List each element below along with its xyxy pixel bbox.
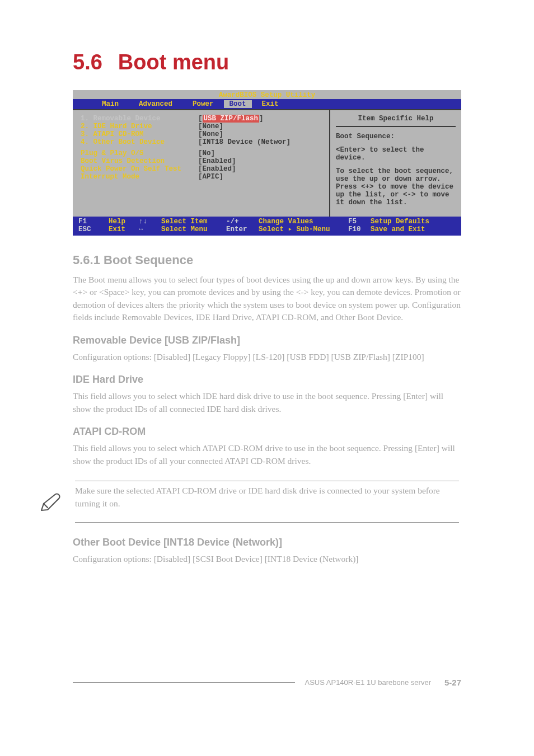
setting-value: [APIC] — [198, 173, 223, 181]
setting-value: [None] — [198, 130, 223, 138]
key-hint: F10 — [348, 226, 361, 233]
bios-footer: F1 Help ↑↓ Select Item -/+ Change Values… — [73, 217, 461, 236]
paragraph: Configuration options: [Disabled] [Legac… — [73, 351, 461, 363]
config-heading: ATAPI CD-ROM — [73, 424, 461, 439]
setting-value: [None] — [198, 123, 223, 130]
divider — [75, 522, 459, 523]
config-heading: IDE Hard Drive — [73, 372, 461, 387]
setting-key: 3. ATAPI CD-ROM — [81, 130, 198, 138]
help-title: Item Specific Help — [336, 115, 456, 127]
tab-exit[interactable]: Exit — [252, 100, 289, 108]
bios-setting-row[interactable]: 3. ATAPI CD-ROM[None] — [81, 130, 324, 138]
section-title: Boot menu — [118, 50, 229, 74]
key-hint: -/+ — [226, 218, 239, 226]
key-hint-label: Setup Defaults — [371, 218, 429, 226]
page-number: 5-27 — [444, 678, 461, 687]
setting-key: Interrupt Mode — [81, 173, 198, 181]
key-hint: F1 — [78, 218, 87, 226]
key-hint: Enter — [226, 226, 247, 233]
setting-value: [No] — [198, 149, 215, 157]
subsection-heading: 5.6.1 Boot Sequence — [73, 251, 461, 269]
bios-setting-row[interactable]: Plug & Play O/S[No] — [81, 149, 324, 157]
setting-key: Quick Power On Self Test — [81, 165, 198, 173]
key-hint-label: Select ▸ Sub-Menu — [259, 226, 330, 233]
bios-setting-row[interactable]: Quick Power On Self Test[Enabled] — [81, 165, 324, 173]
setting-value: [Enabled] — [198, 165, 236, 173]
tab-power[interactable]: Power — [182, 100, 224, 108]
setting-key: 1. Removable Device — [81, 115, 198, 123]
key-hint: ↔ — [139, 226, 143, 233]
setting-key: Boot Virus Detection — [81, 157, 198, 165]
setting-value: [USB ZIP/Flash] — [198, 115, 264, 123]
bios-setting-row[interactable]: 4. Other Boot Device[INT18 Device (Netwo… — [81, 138, 324, 146]
bios-setting-row[interactable]: 2. IDE Hard Drive[None] — [81, 123, 324, 130]
footer-label: ASUS AP140R-E1 1U barebone server — [305, 678, 431, 687]
key-hint-label: Select Menu — [161, 226, 208, 233]
key-hint-label: Save and Exit — [371, 226, 425, 233]
bios-setting-row[interactable]: Interrupt Mode[APIC] — [81, 173, 324, 181]
help-text: Boot Sequence: — [336, 133, 456, 140]
divider — [73, 682, 295, 683]
setting-value: [Enabled] — [198, 157, 236, 165]
key-hint-label: Change Values — [259, 218, 313, 226]
setting-key: 4. Other Boot Device — [81, 138, 198, 146]
key-hint: ESC — [78, 226, 91, 233]
document-body: 5.6.1 Boot Sequence The Boot menu allows… — [73, 236, 461, 566]
bios-settings-panel: 1. Removable Device[USB ZIP/Flash]2. IDE… — [73, 110, 330, 217]
bios-help-panel: Item Specific Help Boot Sequence: <Enter… — [330, 110, 461, 217]
key-hint: F5 — [348, 218, 357, 226]
paragraph: Configuration options: [Disabled] [SCSI … — [73, 553, 461, 565]
help-text: <Enter> to select the device. — [336, 146, 456, 162]
setting-key: Plug & Play O/S — [81, 149, 198, 157]
bios-setting-row[interactable]: Boot Virus Detection[Enabled] — [81, 157, 324, 165]
config-heading: Other Boot Device [INT18 Device (Network… — [73, 535, 461, 550]
bios-title: AwardBIOS Setup Utility — [73, 90, 461, 99]
help-text: To select the boot sequence, use the up … — [336, 167, 456, 206]
note-block: Make sure the selected ATAPI CD-ROM driv… — [38, 476, 461, 527]
key-hint-label: Select Item — [161, 218, 208, 226]
paragraph: This field allows you to select which AT… — [73, 442, 461, 467]
bios-setting-row[interactable]: 1. Removable Device[USB ZIP/Flash] — [81, 115, 324, 123]
tab-advanced[interactable]: Advanced — [129, 100, 182, 108]
pencil-icon — [38, 490, 62, 514]
bios-screenshot: AwardBIOS Setup Utility Main Advanced Po… — [73, 90, 461, 236]
tab-boot[interactable]: Boot — [224, 100, 252, 108]
page-footer: ASUS AP140R-E1 1U barebone server 5-27 — [73, 678, 461, 715]
tab-main[interactable]: Main — [92, 100, 129, 108]
paragraph: The Boot menu allows you to select four … — [73, 274, 461, 324]
key-hint-label: Exit — [109, 226, 125, 233]
section-number: 5.6 — [73, 50, 102, 74]
note-text: Make sure the selected ATAPI CD-ROM driv… — [75, 481, 459, 513]
bios-menubar: Main Advanced Power Boot Exit — [73, 99, 461, 109]
key-hint-label: Help — [109, 218, 125, 226]
setting-value: [INT18 Device (Networ] — [198, 138, 291, 146]
setting-key: 2. IDE Hard Drive — [81, 123, 198, 130]
section-heading: 5.6Boot menu — [73, 50, 461, 74]
paragraph: This field allows you to select which ID… — [73, 390, 461, 415]
key-hint: ↑↓ — [139, 218, 147, 226]
config-heading: Removable Device [USB ZIP/Flash] — [73, 333, 461, 348]
